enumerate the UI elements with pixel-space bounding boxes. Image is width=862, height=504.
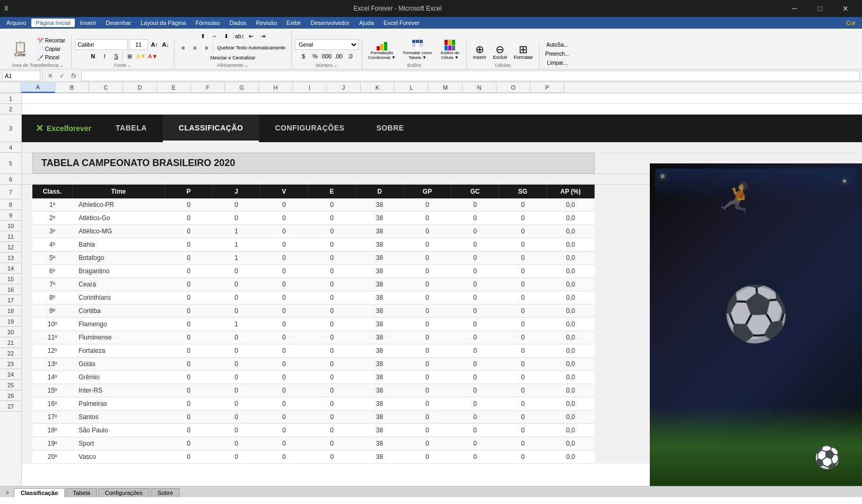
- bold-button[interactable]: N: [88, 51, 98, 62]
- underline-button[interactable]: S: [111, 51, 121, 62]
- grid-area[interactable]: ✕ Excelforever TABELA CLASSIFICAÇÃO CONF…: [22, 93, 862, 486]
- number-expand-icon[interactable]: ⌄: [334, 63, 338, 68]
- menu-desenhar[interactable]: Desenhar: [101, 19, 135, 27]
- menu-ajuda[interactable]: Ajuda: [355, 19, 378, 27]
- align-center-button[interactable]: ≡: [189, 42, 200, 53]
- sheet-tab-sobre[interactable]: Sobre: [151, 488, 180, 497]
- sheet-tab-configuracoes[interactable]: Configurações: [98, 488, 150, 497]
- font-color-button[interactable]: A▼: [147, 51, 158, 62]
- row-num-9[interactable]: 9: [0, 210, 21, 221]
- row-num-27[interactable]: 27: [0, 401, 21, 412]
- indent-increase-button[interactable]: ⇥: [258, 31, 268, 41]
- clear-button[interactable]: Limpar...: [544, 59, 570, 67]
- align-bottom-button[interactable]: ⬇: [221, 31, 232, 41]
- row-num-11[interactable]: 11: [0, 231, 21, 242]
- nav-tab-classificacao[interactable]: CLASSIFICAÇÃO: [163, 115, 259, 142]
- font-size-increase[interactable]: A↑: [149, 39, 160, 50]
- cut-button[interactable]: ✂️ Recortar: [34, 37, 68, 45]
- new-sheet-button[interactable]: +: [2, 488, 13, 497]
- fill-color-button[interactable]: A▼: [136, 51, 146, 62]
- format-painter-button[interactable]: 🖌️ Pincel: [34, 54, 68, 62]
- minimize-button[interactable]: ─: [782, 0, 807, 17]
- col-header-d[interactable]: D: [123, 82, 157, 93]
- italic-button[interactable]: I: [99, 51, 110, 62]
- border-button[interactable]: ⊞: [124, 51, 135, 62]
- align-top-button[interactable]: ⬆: [198, 31, 208, 41]
- number-format-select[interactable]: Geral: [295, 39, 359, 50]
- row-num-5[interactable]: 5: [0, 153, 21, 174]
- row-num-24[interactable]: 24: [0, 369, 21, 380]
- row-num-21[interactable]: 21: [0, 337, 21, 348]
- sheet-tab-tabela[interactable]: Tabela: [66, 488, 97, 497]
- align-middle-button[interactable]: ↔: [210, 31, 220, 41]
- font-size-decrease[interactable]: A↓: [160, 39, 171, 50]
- row-num-10[interactable]: 10: [0, 221, 21, 231]
- menu-desenvolvedor[interactable]: Desenvolvedor: [307, 19, 354, 27]
- row-num-4[interactable]: 4: [0, 142, 21, 153]
- col-header-c[interactable]: C: [89, 82, 123, 93]
- row-num-12[interactable]: 12: [0, 242, 21, 253]
- maximize-button[interactable]: □: [808, 0, 832, 17]
- cell-styles-button[interactable]: Estilos de Célula ▼: [437, 38, 463, 62]
- align-right-button[interactable]: ≡: [201, 42, 212, 53]
- formula-cancel-button[interactable]: ✕: [45, 71, 56, 81]
- menu-revisao[interactable]: Revisão: [251, 19, 281, 27]
- row-num-8[interactable]: 8: [0, 199, 21, 210]
- menu-pagina-inicial[interactable]: Página Inicial: [31, 19, 74, 27]
- row-num-7[interactable]: 7: [0, 185, 21, 199]
- menu-excel-forever[interactable]: Excel Forever: [379, 19, 424, 27]
- menu-exibir[interactable]: Exibir: [282, 19, 306, 27]
- col-header-a[interactable]: A: [21, 82, 55, 93]
- percent-button[interactable]: %: [310, 51, 320, 62]
- row-num-16[interactable]: 16: [0, 284, 21, 295]
- formula-confirm-button[interactable]: ✓: [57, 71, 67, 81]
- formula-insert-button[interactable]: fx: [68, 71, 79, 81]
- comma-button[interactable]: 000: [321, 51, 332, 62]
- row-num-3[interactable]: 3: [0, 115, 21, 142]
- font-name-input[interactable]: [75, 39, 128, 50]
- nav-tab-tabela[interactable]: TABELA: [100, 115, 163, 142]
- conditional-format-button[interactable]: Formatação Condicional ▼: [365, 38, 398, 62]
- row-num-15[interactable]: 15: [0, 274, 21, 284]
- col-header-o[interactable]: O: [497, 82, 530, 93]
- format-cells-button[interactable]: ⊞ Formatar: [511, 42, 536, 62]
- col-header-f[interactable]: F: [191, 82, 225, 93]
- autosave-button[interactable]: AutoSa...: [544, 41, 571, 49]
- delete-cells-button[interactable]: ⊖ Excluir: [490, 42, 510, 62]
- align-left-button[interactable]: ≡: [178, 42, 188, 53]
- menu-layout[interactable]: Layout da Página: [136, 19, 190, 27]
- decimal-increase-button[interactable]: .00: [333, 51, 344, 62]
- row-num-14[interactable]: 14: [0, 263, 21, 274]
- row-num-20[interactable]: 20: [0, 327, 21, 337]
- col-header-b[interactable]: B: [55, 82, 89, 93]
- row-num-26[interactable]: 26: [0, 390, 21, 401]
- indent-decrease-button[interactable]: ⇤: [246, 31, 257, 41]
- insert-cells-button[interactable]: ⊕ Inserir: [470, 42, 489, 62]
- col-header-i[interactable]: I: [293, 82, 327, 93]
- cell-reference-input[interactable]: [2, 71, 40, 81]
- wrap-text-button[interactable]: Quebrar Texto Automaticamente: [214, 44, 288, 51]
- col-header-l[interactable]: L: [395, 82, 429, 93]
- col-header-m[interactable]: M: [429, 82, 463, 93]
- menu-arquivo[interactable]: Arquivo: [2, 19, 30, 27]
- currency-button[interactable]: $: [298, 51, 309, 62]
- row-num-1[interactable]: 1: [0, 93, 21, 104]
- font-expand-icon[interactable]: ⌄: [127, 63, 132, 68]
- col-header-e[interactable]: E: [157, 82, 191, 93]
- menu-inserir[interactable]: Inserir: [76, 19, 101, 27]
- copy-button[interactable]: 📄 Copiar: [34, 45, 68, 53]
- paste-button[interactable]: 📋 Colar: [7, 40, 33, 59]
- menu-dados[interactable]: Dados: [225, 19, 250, 27]
- close-button[interactable]: ✕: [833, 0, 858, 17]
- sheet-tab-classificacao[interactable]: Classificação: [14, 488, 65, 497]
- font-size-input[interactable]: [129, 39, 148, 50]
- row-num-19[interactable]: 19: [0, 316, 21, 327]
- fill-button[interactable]: Preench...: [543, 50, 572, 58]
- col-header-g[interactable]: G: [225, 82, 259, 93]
- col-header-k[interactable]: K: [361, 82, 395, 93]
- row-num-23[interactable]: 23: [0, 359, 21, 369]
- row-num-13[interactable]: 13: [0, 253, 21, 263]
- row-num-6[interactable]: 6: [0, 174, 21, 185]
- merge-center-button[interactable]: Mesclar e Centralizar: [208, 54, 258, 62]
- row-num-2[interactable]: 2: [0, 104, 21, 115]
